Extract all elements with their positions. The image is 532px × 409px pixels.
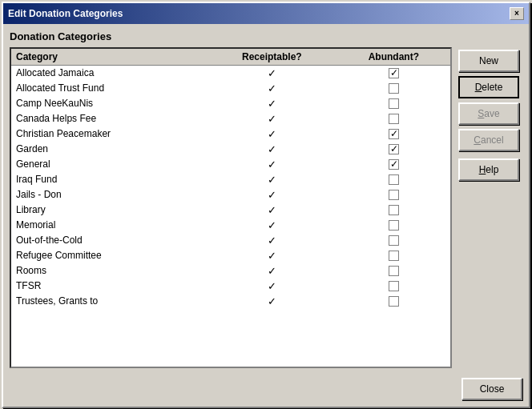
checkmark-icon: ✓ [268, 128, 276, 140]
category-cell: Iraq Fund [11, 172, 207, 187]
checkmark-icon: ✓ [268, 280, 276, 292]
delete-button[interactable]: Delete [458, 76, 519, 98]
checkmark-icon: ✓ [268, 219, 276, 231]
table-row[interactable]: Iraq Fund✓ [11, 172, 450, 187]
checkmark-icon: ✓ [268, 265, 276, 277]
abundant-cell[interactable] [337, 65, 450, 81]
abundant-checkbox[interactable] [389, 235, 399, 246]
abundant-cell[interactable] [337, 233, 450, 248]
bottom-bar: Close [3, 375, 529, 407]
category-cell: TFSR [11, 279, 207, 294]
category-cell: Refugee Committee [11, 248, 207, 263]
abundant-cell[interactable] [337, 263, 450, 279]
receiptable-cell: ✓ [207, 96, 337, 111]
save-button[interactable]: Save [458, 102, 519, 125]
table-row[interactable]: Refugee Committee✓ [11, 248, 450, 263]
abundant-checkbox[interactable] [389, 68, 399, 78]
abundant-cell[interactable] [337, 248, 450, 263]
receiptable-cell: ✓ [207, 248, 337, 263]
table-row[interactable]: TFSR✓ [11, 279, 450, 294]
abundant-cell[interactable] [337, 142, 450, 157]
abundant-checkbox[interactable] [389, 144, 399, 154]
help-button[interactable]: Help [458, 158, 519, 181]
table-row[interactable]: Camp NeeKauNis✓ [11, 96, 450, 111]
abundant-checkbox[interactable] [389, 251, 399, 261]
checkmark-icon: ✓ [268, 295, 276, 307]
category-cell: Canada Helps Fee [11, 111, 207, 126]
abundant-cell[interactable] [337, 187, 450, 202]
checkmark-icon: ✓ [268, 250, 276, 262]
abundant-checkbox[interactable] [389, 114, 399, 124]
table-row[interactable]: Allocated Jamaica✓ [11, 65, 450, 81]
abundant-checkbox[interactable] [389, 190, 399, 200]
receiptable-cell: ✓ [207, 142, 337, 157]
abundant-checkbox[interactable] [389, 220, 399, 231]
left-panel: Donation Categories Category Receiptable… [10, 30, 452, 368]
checkmark-icon: ✓ [268, 174, 276, 186]
abundant-checkbox[interactable] [389, 129, 399, 139]
cancel-button[interactable]: Cancel [458, 129, 519, 151]
table-row[interactable]: 👉Out-of-the-Cold✓ [11, 233, 450, 248]
receiptable-cell: ✓ [207, 157, 337, 172]
abundant-checkbox[interactable] [389, 83, 399, 94]
new-button[interactable]: New [458, 50, 519, 72]
category-cell: General [11, 157, 207, 172]
table-row[interactable]: Trustees, Grants to✓ [11, 294, 450, 309]
close-icon[interactable]: × [510, 7, 524, 20]
checkmark-icon: ✓ [268, 235, 276, 247]
abundant-checkbox[interactable] [389, 205, 399, 215]
abundant-cell[interactable] [337, 294, 450, 309]
abundant-cell[interactable] [337, 279, 450, 294]
abundant-cell[interactable] [337, 202, 450, 218]
abundant-checkbox[interactable] [389, 266, 399, 276]
receiptable-cell: ✓ [207, 65, 337, 81]
receiptable-cell: ✓ [207, 172, 337, 187]
abundant-checkbox[interactable] [389, 159, 399, 170]
table-row[interactable]: Jails - Don✓ [11, 187, 450, 202]
checkmark-icon: ✓ [268, 98, 276, 110]
abundant-checkbox[interactable] [389, 281, 399, 291]
category-cell: Garden [11, 142, 207, 157]
col-receiptable: Receiptable? [207, 49, 337, 66]
checkmark-icon: ✓ [268, 158, 276, 170]
table-row[interactable]: Rooms✓ [11, 263, 450, 279]
col-category: Category [11, 49, 207, 66]
category-cell: Library [11, 202, 207, 218]
right-panel: New Delete Save Cancel Help [458, 30, 522, 368]
receiptable-cell: ✓ [207, 218, 337, 233]
checkmark-icon: ✓ [268, 204, 276, 216]
table-row[interactable]: General✓ [11, 157, 450, 172]
receiptable-cell: ✓ [207, 233, 337, 248]
abundant-cell[interactable] [337, 111, 450, 126]
receiptable-cell: ✓ [207, 111, 337, 126]
checkmark-icon: ✓ [268, 67, 276, 79]
abundant-checkbox[interactable] [389, 296, 399, 307]
category-cell: Allocated Jamaica [11, 65, 207, 81]
abundant-cell[interactable] [337, 126, 450, 142]
receiptable-cell: ✓ [207, 202, 337, 218]
abundant-cell[interactable] [337, 96, 450, 111]
abundant-cell[interactable] [337, 218, 450, 233]
dialog-title: Edit Donation Categories [8, 8, 123, 19]
abundant-cell[interactable] [337, 157, 450, 172]
table-row[interactable]: Garden✓ [11, 142, 450, 157]
receiptable-cell: ✓ [207, 279, 337, 294]
table-row[interactable]: Memorial✓ [11, 218, 450, 233]
table-row[interactable]: Canada Helps Fee✓ [11, 111, 450, 126]
receiptable-cell: ✓ [207, 81, 337, 96]
abundant-checkbox[interactable] [389, 174, 399, 185]
category-cell: Camp NeeKauNis [11, 96, 207, 111]
table-row[interactable]: Allocated Trust Fund✓ [11, 81, 450, 96]
abundant-cell[interactable] [337, 172, 450, 187]
table-row[interactable]: Library✓ [11, 202, 450, 218]
checkmark-icon: ✓ [268, 82, 276, 94]
abundant-cell[interactable] [337, 81, 450, 96]
checkmark-icon: ✓ [268, 143, 276, 155]
panel-title: Donation Categories [10, 30, 452, 42]
categories-table: Category Receiptable? Abundant? Allocate… [11, 49, 450, 309]
table-row[interactable]: Christian Peacemaker✓ [11, 126, 450, 142]
table-container[interactable]: Category Receiptable? Abundant? Allocate… [10, 47, 452, 368]
abundant-checkbox[interactable] [389, 98, 399, 109]
receiptable-cell: ✓ [207, 294, 337, 309]
close-button[interactable]: Close [461, 378, 522, 400]
